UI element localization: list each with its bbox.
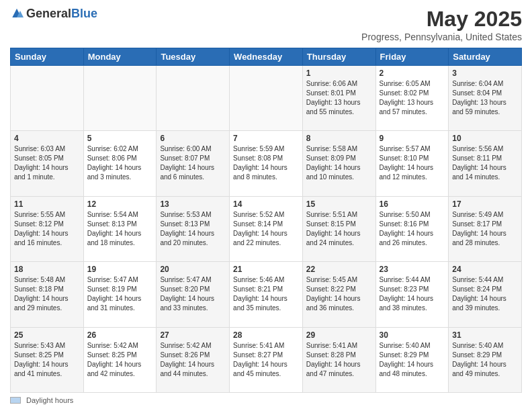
table-row: 14Sunrise: 5:52 AMSunset: 8:14 PMDayligh… — [230, 196, 303, 261]
table-row: 18Sunrise: 5:48 AMSunset: 8:18 PMDayligh… — [11, 262, 84, 327]
col-header-sunday: Sunday — [11, 48, 84, 66]
table-row: 20Sunrise: 5:47 AMSunset: 8:20 PMDayligh… — [157, 262, 230, 327]
logo-general: General — [26, 7, 71, 20]
day-info: Sunrise: 6:02 AMSunset: 8:06 PMDaylight:… — [87, 144, 153, 182]
day-number: 13 — [160, 199, 226, 209]
day-number: 26 — [87, 330, 153, 340]
table-row: 1Sunrise: 6:06 AMSunset: 8:01 PMDaylight… — [302, 66, 375, 131]
col-header-thursday: Thursday — [302, 48, 375, 66]
day-number: 27 — [160, 330, 226, 340]
day-info: Sunrise: 5:48 AMSunset: 8:18 PMDaylight:… — [14, 275, 80, 313]
day-number: 16 — [380, 199, 445, 209]
day-number: 21 — [233, 265, 299, 274]
logo-blue: Blue — [71, 7, 97, 20]
day-info: Sunrise: 5:57 AMSunset: 8:10 PMDaylight:… — [380, 144, 445, 182]
day-info: Sunrise: 5:49 AMSunset: 8:17 PMDaylight:… — [452, 210, 518, 248]
calendar-week-row: 18Sunrise: 5:48 AMSunset: 8:18 PMDayligh… — [11, 262, 522, 327]
day-number: 19 — [87, 265, 153, 274]
day-number: 1 — [306, 68, 372, 78]
table-row: 19Sunrise: 5:47 AMSunset: 8:19 PMDayligh… — [83, 262, 157, 327]
day-info: Sunrise: 5:52 AMSunset: 8:14 PMDaylight:… — [233, 210, 299, 248]
table-row: 5Sunrise: 6:02 AMSunset: 8:06 PMDaylight… — [83, 131, 157, 196]
col-header-wednesday: Wednesday — [230, 48, 303, 66]
day-number: 12 — [87, 199, 153, 209]
footer: Daylight hours — [10, 396, 522, 404]
day-info: Sunrise: 5:44 AMSunset: 8:23 PMDaylight:… — [380, 275, 445, 313]
day-info: Sunrise: 6:06 AMSunset: 8:01 PMDaylight:… — [306, 79, 372, 117]
day-number: 29 — [306, 330, 372, 340]
day-info: Sunrise: 6:05 AMSunset: 8:02 PMDaylight:… — [380, 79, 445, 117]
day-info: Sunrise: 5:50 AMSunset: 8:16 PMDaylight:… — [380, 210, 445, 248]
table-row: 28Sunrise: 5:41 AMSunset: 8:27 PMDayligh… — [230, 327, 303, 392]
col-header-monday: Monday — [83, 48, 157, 66]
day-info: Sunrise: 5:56 AMSunset: 8:11 PMDaylight:… — [452, 144, 518, 182]
day-number: 14 — [233, 199, 299, 209]
day-number: 4 — [14, 134, 80, 143]
table-row: 11Sunrise: 5:55 AMSunset: 8:12 PMDayligh… — [11, 196, 84, 261]
subtitle: Progress, Pennsylvania, United States — [361, 32, 522, 42]
col-header-tuesday: Tuesday — [157, 48, 230, 66]
calendar-week-row: 4Sunrise: 6:03 AMSunset: 8:05 PMDaylight… — [11, 131, 522, 196]
logo: GeneralBlue — [10, 7, 97, 21]
table-row: 9Sunrise: 5:57 AMSunset: 8:10 PMDaylight… — [375, 131, 449, 196]
day-number: 10 — [452, 134, 518, 143]
title-section: May 2025 Progress, Pennsylvania, United … — [361, 7, 522, 42]
table-row — [157, 66, 230, 131]
table-row: 25Sunrise: 5:43 AMSunset: 8:25 PMDayligh… — [11, 327, 84, 392]
table-row — [230, 66, 303, 131]
table-row: 30Sunrise: 5:40 AMSunset: 8:29 PMDayligh… — [375, 327, 449, 392]
table-row — [83, 66, 157, 131]
page: GeneralBlue May 2025 Progress, Pennsylva… — [0, 0, 532, 411]
day-number: 6 — [160, 134, 226, 143]
day-number: 18 — [14, 265, 80, 274]
day-number: 28 — [233, 330, 299, 340]
day-number: 23 — [380, 265, 445, 274]
table-row: 23Sunrise: 5:44 AMSunset: 8:23 PMDayligh… — [375, 262, 449, 327]
col-header-saturday: Saturday — [449, 48, 522, 66]
day-info: Sunrise: 6:03 AMSunset: 8:05 PMDaylight:… — [14, 144, 80, 182]
day-info: Sunrise: 5:40 AMSunset: 8:29 PMDaylight:… — [380, 341, 445, 379]
day-number: 25 — [14, 330, 80, 340]
day-info: Sunrise: 5:58 AMSunset: 8:09 PMDaylight:… — [306, 144, 372, 182]
day-info: Sunrise: 6:00 AMSunset: 8:07 PMDaylight:… — [160, 144, 226, 182]
table-row: 29Sunrise: 5:41 AMSunset: 8:28 PMDayligh… — [302, 327, 375, 392]
logo-icon — [10, 7, 24, 21]
table-row: 12Sunrise: 5:54 AMSunset: 8:13 PMDayligh… — [83, 196, 157, 261]
day-info: Sunrise: 5:51 AMSunset: 8:15 PMDaylight:… — [306, 210, 372, 248]
logo-text: GeneralBlue — [26, 7, 97, 21]
table-row: 27Sunrise: 5:42 AMSunset: 8:26 PMDayligh… — [157, 327, 230, 392]
day-number: 15 — [306, 199, 372, 209]
day-number: 20 — [160, 265, 226, 274]
legend-box — [10, 397, 21, 404]
day-info: Sunrise: 6:04 AMSunset: 8:04 PMDaylight:… — [452, 79, 518, 117]
day-number: 9 — [380, 134, 445, 143]
day-number: 7 — [233, 134, 299, 143]
day-info: Sunrise: 5:47 AMSunset: 8:19 PMDaylight:… — [87, 275, 153, 313]
calendar-week-row: 11Sunrise: 5:55 AMSunset: 8:12 PMDayligh… — [11, 196, 522, 261]
day-number: 17 — [452, 199, 518, 209]
col-header-friday: Friday — [375, 48, 449, 66]
table-row — [11, 66, 84, 131]
day-number: 2 — [380, 68, 445, 78]
table-row: 4Sunrise: 6:03 AMSunset: 8:05 PMDaylight… — [11, 131, 84, 196]
day-info: Sunrise: 5:59 AMSunset: 8:08 PMDaylight:… — [233, 144, 299, 182]
table-row: 7Sunrise: 5:59 AMSunset: 8:08 PMDaylight… — [230, 131, 303, 196]
day-number: 11 — [14, 199, 80, 209]
calendar-week-row: 1Sunrise: 6:06 AMSunset: 8:01 PMDaylight… — [11, 66, 522, 131]
table-row: 8Sunrise: 5:58 AMSunset: 8:09 PMDaylight… — [302, 131, 375, 196]
table-row: 21Sunrise: 5:46 AMSunset: 8:21 PMDayligh… — [230, 262, 303, 327]
day-info: Sunrise: 5:42 AMSunset: 8:26 PMDaylight:… — [160, 341, 226, 379]
main-title: May 2025 — [361, 7, 522, 32]
day-number: 5 — [87, 134, 153, 143]
table-row: 22Sunrise: 5:45 AMSunset: 8:22 PMDayligh… — [302, 262, 375, 327]
table-row: 26Sunrise: 5:42 AMSunset: 8:25 PMDayligh… — [83, 327, 157, 392]
day-info: Sunrise: 5:53 AMSunset: 8:13 PMDaylight:… — [160, 210, 226, 248]
day-info: Sunrise: 5:43 AMSunset: 8:25 PMDaylight:… — [14, 341, 80, 379]
table-row: 17Sunrise: 5:49 AMSunset: 8:17 PMDayligh… — [449, 196, 522, 261]
day-info: Sunrise: 5:46 AMSunset: 8:21 PMDaylight:… — [233, 275, 299, 313]
table-row: 16Sunrise: 5:50 AMSunset: 8:16 PMDayligh… — [375, 196, 449, 261]
day-info: Sunrise: 5:40 AMSunset: 8:29 PMDaylight:… — [452, 341, 518, 379]
day-info: Sunrise: 5:45 AMSunset: 8:22 PMDaylight:… — [306, 275, 372, 313]
table-row: 15Sunrise: 5:51 AMSunset: 8:15 PMDayligh… — [302, 196, 375, 261]
day-number: 3 — [452, 68, 518, 78]
